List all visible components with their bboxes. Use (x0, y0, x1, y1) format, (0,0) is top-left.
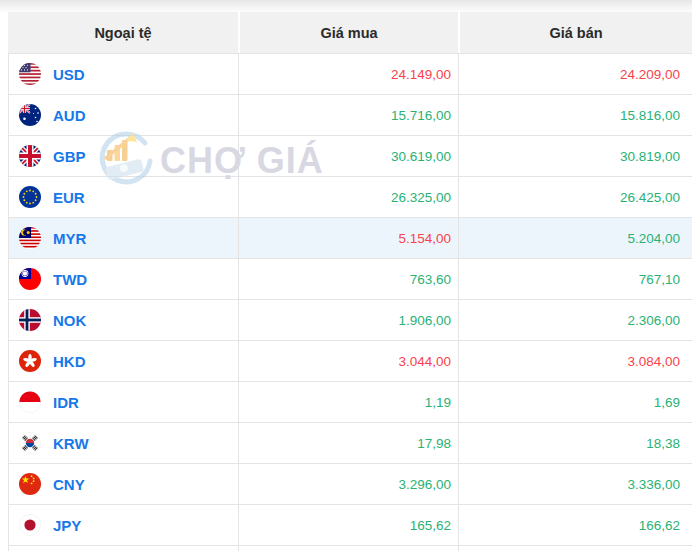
sell-price: 30.819,00 (458, 136, 692, 176)
sell-price (458, 546, 692, 551)
sell-price: 767,10 (458, 259, 692, 299)
currency-code-link[interactable]: EUR (53, 189, 85, 206)
currency-cell (9, 546, 238, 551)
eu-flag-icon (19, 186, 41, 208)
buy-price: 1.906,00 (238, 300, 458, 340)
table-body: USD 24.149,00 24.209,00 AUD 15.716,00 15… (8, 53, 692, 551)
currency-row-jpy[interactable]: JPY 165,62 166,62 (9, 505, 692, 546)
japan-flag-icon (19, 514, 41, 536)
currency-row-hkd[interactable]: HKD 3.044,00 3.084,00 (9, 341, 692, 382)
sell-price: 26.425,00 (458, 177, 692, 217)
column-header-currency: Ngoại tệ (8, 12, 238, 53)
currency-cell: IDR (9, 382, 238, 422)
buy-price: 24.149,00 (238, 54, 458, 94)
exchange-rate-screen: Ngoại tệ Giá mua Giá bán USD 24.149,00 2… (0, 0, 692, 551)
indonesia-flag-icon (19, 391, 41, 413)
taiwan-flag-icon (19, 268, 41, 290)
buy-price: 5.154,00 (238, 218, 458, 258)
currency-code-link[interactable]: KRW (53, 435, 89, 452)
buy-price: 3.296,00 (238, 464, 458, 504)
currency-cell: EUR (9, 177, 238, 217)
norway-flag-icon (19, 309, 41, 331)
currency-row-partial[interactable] (9, 546, 692, 551)
currency-code-link[interactable]: HKD (53, 353, 86, 370)
buy-price: 17,98 (238, 423, 458, 463)
currency-code-link[interactable]: MYR (53, 230, 86, 247)
currency-cell: KRW (9, 423, 238, 463)
currency-code-link[interactable]: TWD (53, 271, 87, 288)
column-header-buy-price: Giá mua (238, 12, 458, 53)
currency-cell: CNY (9, 464, 238, 504)
sell-price: 3.084,00 (458, 341, 692, 381)
currency-row-twd[interactable]: TWD 763,60 767,10 (9, 259, 692, 300)
currency-cell: USD (9, 54, 238, 94)
china-flag-icon (19, 473, 41, 495)
currency-code-link[interactable]: USD (53, 66, 85, 83)
malaysia-flag-icon (19, 227, 41, 249)
currency-row-idr[interactable]: IDR 1,19 1,69 (9, 382, 692, 423)
currency-row-gbp[interactable]: GBP 30.619,00 30.819,00 (9, 136, 692, 177)
currency-cell: GBP (9, 136, 238, 176)
currency-row-myr[interactable]: MYR 5.154,00 5.204,00 (9, 218, 692, 259)
currency-code-link[interactable]: JPY (53, 517, 81, 534)
sell-price: 1,69 (458, 382, 692, 422)
buy-price (238, 546, 458, 551)
buy-price: 30.619,00 (238, 136, 458, 176)
currency-code-link[interactable]: CNY (53, 476, 85, 493)
sell-price: 166,62 (458, 505, 692, 545)
currency-row-cny[interactable]: CNY 3.296,00 3.336,00 (9, 464, 692, 505)
sell-price: 5.204,00 (458, 218, 692, 258)
south-korea-flag-icon (19, 432, 41, 454)
currency-row-usd[interactable]: USD 24.149,00 24.209,00 (9, 54, 692, 95)
buy-price: 26.325,00 (238, 177, 458, 217)
currency-row-eur[interactable]: EUR 26.325,00 26.425,00 (9, 177, 692, 218)
currency-cell: HKD (9, 341, 238, 381)
currency-cell: NOK (9, 300, 238, 340)
exchange-rate-table: Ngoại tệ Giá mua Giá bán USD 24.149,00 2… (8, 12, 692, 551)
currency-code-link[interactable]: GBP (53, 148, 86, 165)
column-header-sell-price: Giá bán (458, 12, 692, 53)
buy-price: 15.716,00 (238, 95, 458, 135)
buy-price: 3.044,00 (238, 341, 458, 381)
uk-flag-icon (19, 145, 41, 167)
top-strip (0, 0, 692, 12)
currency-cell: JPY (9, 505, 238, 545)
currency-code-link[interactable]: IDR (53, 394, 79, 411)
currency-cell: AUD (9, 95, 238, 135)
currency-row-nok[interactable]: NOK 1.906,00 2.306,00 (9, 300, 692, 341)
australia-flag-icon (19, 104, 41, 126)
table-header: Ngoại tệ Giá mua Giá bán (8, 12, 692, 53)
sell-price: 18,38 (458, 423, 692, 463)
sell-price: 24.209,00 (458, 54, 692, 94)
buy-price: 1,19 (238, 382, 458, 422)
currency-row-aud[interactable]: AUD 15.716,00 15.816,00 (9, 95, 692, 136)
sell-price: 2.306,00 (458, 300, 692, 340)
sell-price: 3.336,00 (458, 464, 692, 504)
currency-row-krw[interactable]: KRW 17,98 18,38 (9, 423, 692, 464)
hongkong-flag-icon (19, 350, 41, 372)
sell-price: 15.816,00 (458, 95, 692, 135)
currency-cell: MYR (9, 218, 238, 258)
buy-price: 165,62 (238, 505, 458, 545)
usa-flag-icon (19, 63, 41, 85)
currency-code-link[interactable]: AUD (53, 107, 86, 124)
currency-code-link[interactable]: NOK (53, 312, 86, 329)
buy-price: 763,60 (238, 259, 458, 299)
currency-cell: TWD (9, 259, 238, 299)
